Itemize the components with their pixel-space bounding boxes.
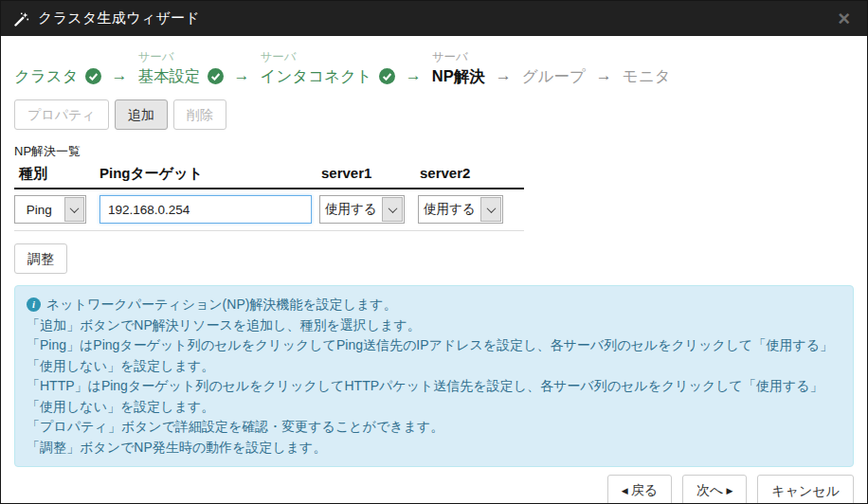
- np-resolution-table: 種別 Pingターゲット server1 server2 Ping 使用: [14, 165, 524, 231]
- server1-usage-value: 使用する: [320, 196, 381, 223]
- step-sublabel: サーバ: [432, 48, 485, 65]
- back-button[interactable]: ◀戻る: [607, 475, 672, 504]
- step-arrow-icon: →: [234, 64, 250, 86]
- step-label: モニタ: [623, 65, 671, 87]
- info-icon: i: [27, 297, 41, 312]
- info-line: 「使用しない」を設定します。: [27, 397, 841, 418]
- server2-usage-value: 使用する: [419, 196, 479, 223]
- step-sublabel: サーバ: [138, 48, 224, 65]
- add-button[interactable]: 追加: [115, 99, 168, 130]
- dialog-title: クラスタ生成ウィザード: [38, 9, 200, 27]
- col-header-type: 種別: [14, 165, 99, 183]
- close-icon[interactable]: ×: [834, 9, 854, 29]
- step-label: クラスタ: [14, 65, 79, 87]
- info-line: 「調整」ボタンでNP発生時の動作を設定します。: [27, 438, 841, 459]
- server1-usage-select[interactable]: 使用する: [319, 195, 405, 224]
- table-row: Ping 使用する 使用する: [14, 189, 524, 231]
- chevron-down-icon: [382, 197, 403, 222]
- step-arrow-icon: →: [406, 64, 422, 86]
- cancel-button[interactable]: キャンセル: [757, 475, 854, 504]
- dialog-titlebar: クラスタ生成ウィザード ×: [1, 1, 867, 36]
- step-np-resolution[interactable]: サーバ NP解決: [432, 48, 485, 87]
- table-header-row: 種別 Pingターゲット server1 server2: [14, 165, 524, 189]
- check-icon: [208, 68, 224, 84]
- step-arrow-icon: →: [596, 64, 612, 86]
- tune-button[interactable]: 調整: [14, 243, 67, 274]
- chevron-down-icon: [64, 197, 84, 222]
- next-button[interactable]: 次へ▶: [682, 475, 747, 504]
- step-sublabel: [522, 48, 586, 65]
- info-line: iネットワークパーティション(NP)解決機能を設定します。: [27, 295, 841, 315]
- property-button[interactable]: プロパティ: [14, 99, 109, 130]
- info-line: 「Ping」はPingターゲット列のセルをクリックしてPing送信先のIPアドレ…: [27, 335, 841, 356]
- check-icon: [379, 68, 395, 84]
- check-icon: [85, 68, 101, 84]
- step-sublabel: [14, 48, 101, 65]
- step-label: グループ: [522, 65, 586, 87]
- step-sublabel: [623, 48, 671, 65]
- wizard-wand-icon: [14, 11, 29, 27]
- info-line: 「使用しない」を設定します。: [27, 356, 841, 377]
- step-arrow-icon: →: [112, 64, 128, 86]
- type-select[interactable]: Ping: [14, 195, 86, 224]
- info-line: 「プロパティ」ボタンで詳細設定を確認・変更することができます。: [27, 417, 841, 438]
- toolbar: プロパティ 追加 削除: [14, 99, 854, 130]
- next-triangle-icon: ▶: [726, 486, 732, 495]
- step-label: NP解決: [432, 65, 485, 87]
- col-header-server2: server2: [418, 165, 524, 183]
- step-group: グループ: [522, 48, 586, 87]
- cluster-wizard-dialog: クラスタ生成ウィザード × クラスタ → サーバ 基本設定: [0, 0, 868, 504]
- step-label: 基本設定: [138, 65, 201, 87]
- type-select-value: Ping: [15, 196, 63, 223]
- step-cluster[interactable]: クラスタ: [14, 48, 101, 87]
- info-line: 「HTTP」はPingターゲット列のセルをクリックしてHTTPパケット送信先を設…: [27, 376, 841, 397]
- step-sublabel: サーバ: [261, 48, 395, 65]
- footer-buttons: ◀戻る 次へ▶ キャンセル: [14, 475, 854, 504]
- step-interconnect[interactable]: サーバ インタコネクト: [261, 48, 395, 87]
- ping-target-input[interactable]: [99, 195, 312, 224]
- info-alert: iネットワークパーティション(NP)解決機能を設定します。 「追加」ボタンでNP…: [14, 285, 854, 467]
- step-basic-settings[interactable]: サーバ 基本設定: [138, 48, 224, 87]
- info-line: 「追加」ボタンでNP解決リソースを追加し、種別を選択します。: [27, 315, 841, 336]
- delete-button[interactable]: 削除: [173, 99, 226, 130]
- wizard-steps: クラスタ → サーバ 基本設定 → サーバ: [14, 48, 854, 87]
- col-header-server1: server1: [319, 165, 418, 183]
- chevron-down-icon: [480, 197, 501, 222]
- step-monitor: モニタ: [623, 48, 671, 87]
- server2-usage-select[interactable]: 使用する: [418, 195, 503, 224]
- step-label: インタコネクト: [261, 65, 372, 87]
- back-triangle-icon: ◀: [622, 486, 628, 495]
- step-arrow-icon: →: [496, 64, 512, 86]
- col-header-ping-target: Pingターゲット: [99, 165, 319, 183]
- np-list-caption: NP解決一覧: [14, 143, 854, 160]
